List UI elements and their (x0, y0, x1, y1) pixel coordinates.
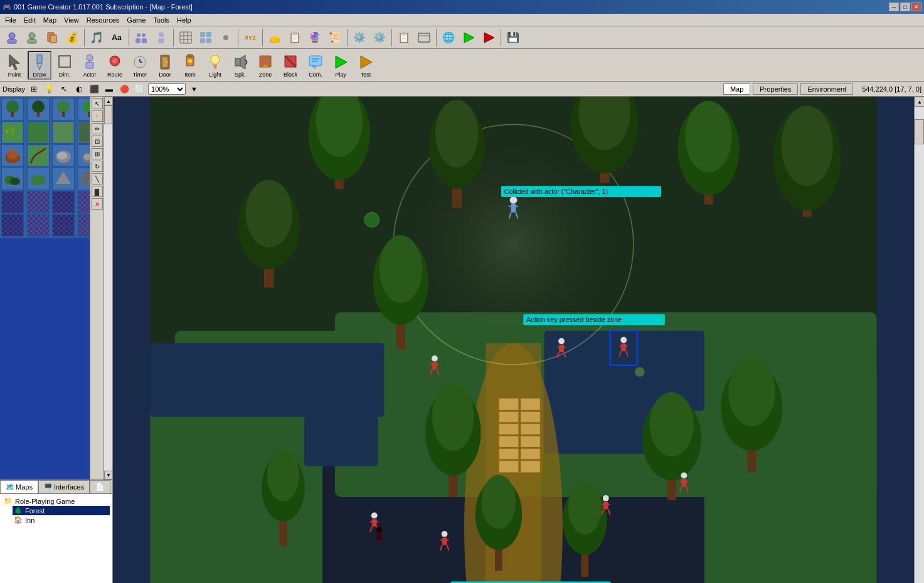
tile-checker5[interactable] (1, 214, 24, 237)
tool-fill[interactable]: ▓ (92, 186, 103, 197)
tab-environment[interactable]: Environment (800, 83, 853, 95)
scroll-thumb[interactable] (915, 119, 924, 144)
save-button[interactable]: 💾 (504, 28, 523, 47)
tile-checker1[interactable] (1, 191, 24, 213)
play-tool[interactable]: Play (329, 51, 353, 80)
list-button[interactable]: 📋 (395, 28, 413, 47)
map-canvas[interactable]: Collided with actor ("Character", 1) Act… (113, 97, 914, 583)
globe-button[interactable]: 🌐 (439, 28, 458, 47)
tile-bush1[interactable] (1, 168, 24, 190)
new-tab-btn[interactable]: 📄 (90, 480, 110, 493)
maps-button[interactable] (176, 28, 195, 47)
view1-btn[interactable]: ◐ (73, 83, 85, 95)
new-project-button[interactable] (3, 28, 21, 47)
play-red-button[interactable] (479, 28, 498, 47)
tile-grass2[interactable] (27, 121, 50, 144)
font-button[interactable]: Aa (107, 28, 126, 47)
menu-game[interactable]: Game (123, 15, 149, 25)
tiles-button[interactable] (196, 28, 215, 47)
tree-forest[interactable]: 🌲 Forest (13, 506, 110, 515)
tile-scroll-up[interactable]: ▲ (104, 97, 112, 105)
test-tool[interactable]: Test (354, 51, 378, 80)
tile-stump1[interactable] (1, 144, 24, 167)
orb-button[interactable]: 🔮 (305, 28, 324, 47)
tile-scroll-down[interactable]: ▼ (104, 471, 112, 479)
dim-tool[interactable]: Dim. (53, 51, 77, 80)
minimize-button[interactable]: ─ (889, 3, 899, 11)
weapons-button[interactable] (216, 28, 235, 47)
music-button[interactable]: 🎵 (87, 28, 106, 47)
draw-tool[interactable]: Draw (28, 51, 51, 80)
tool-select2[interactable]: ⊞ (92, 148, 103, 159)
tile-rock1[interactable] (52, 144, 75, 167)
scroll-button[interactable]: 📜 (326, 28, 344, 47)
tile-stone1[interactable] (52, 168, 75, 190)
tile-tree2[interactable] (27, 98, 50, 120)
close-button[interactable]: ✕ (911, 3, 921, 11)
tile-checker6[interactable] (27, 214, 50, 237)
point-tool[interactable]: Point (3, 51, 26, 80)
menu-resources[interactable]: Resources (83, 15, 124, 25)
tile-checker7[interactable] (52, 214, 75, 237)
tile-grass3[interactable] (52, 121, 75, 144)
zone-tool[interactable]: Zone (253, 51, 277, 80)
timer-tool[interactable]: Timer (128, 51, 152, 80)
titlebar-controls[interactable]: ─ □ ✕ (889, 3, 921, 11)
xyz-button[interactable]: XYZ (241, 28, 260, 47)
tile-scroll-thumb[interactable] (104, 105, 112, 124)
chest-button[interactable]: 📋 (285, 28, 304, 47)
tile-root1[interactable] (27, 144, 50, 167)
tool-line[interactable]: ╲ (92, 173, 103, 185)
actor-tool[interactable]: Actor (78, 51, 102, 80)
bag-button[interactable]: 👝 (265, 28, 284, 47)
tool-arrow[interactable]: ↖ (92, 98, 103, 109)
door-tool[interactable]: Door (153, 51, 177, 80)
maximize-button[interactable]: □ (900, 3, 910, 11)
com-tool[interactable]: Com. (304, 51, 327, 80)
gear1-button[interactable]: ⚙️ (350, 28, 369, 47)
light-toggle-btn[interactable]: 💡 (43, 83, 55, 95)
view5-btn[interactable]: ⬜ (133, 83, 146, 95)
gear2-button[interactable]: ⚙️ (370, 28, 389, 47)
tile-tree1[interactable] (1, 98, 24, 120)
view2-btn[interactable]: ⬛ (88, 83, 100, 95)
view3-btn[interactable]: ▬ (103, 83, 115, 95)
actors-button[interactable] (132, 28, 151, 47)
tab-map[interactable]: Map (723, 83, 750, 95)
play-green-button[interactable] (459, 28, 478, 47)
tool-move[interactable]: ↑ (92, 110, 103, 122)
tree-root[interactable]: 📁 Role-Playing Game (3, 496, 110, 506)
tree-inn[interactable]: 🏠 Inn (13, 515, 110, 525)
light-tool[interactable]: Light (203, 51, 227, 80)
tile-checker2[interactable] (27, 191, 50, 213)
tile-bush2[interactable] (27, 168, 50, 190)
menu-file[interactable]: File (1, 15, 20, 25)
tool-erase[interactable]: ✕ (92, 198, 103, 210)
view4-btn[interactable]: 🔴 (118, 83, 130, 95)
actor-single-button[interactable] (152, 28, 171, 47)
route-tool[interactable]: Route (103, 51, 127, 80)
open-project-button[interactable] (23, 28, 41, 47)
scroll-track[interactable] (915, 107, 924, 583)
menu-map[interactable]: Map (40, 15, 60, 25)
tool-pencil[interactable]: ✏ (92, 123, 103, 134)
window-button[interactable] (415, 28, 433, 47)
scroll-up-btn[interactable]: ▲ (915, 97, 924, 107)
item-tool[interactable]: Item (178, 51, 202, 80)
grid-btn[interactable]: ⊞ (28, 83, 40, 95)
block-tool[interactable]: Block (279, 51, 302, 80)
menu-help[interactable]: Help (173, 15, 195, 25)
menu-view[interactable]: View (60, 15, 83, 25)
menu-edit[interactable]: Edit (20, 15, 40, 25)
cursor-btn[interactable]: ↖ (58, 83, 70, 95)
maps-tab[interactable]: 🗺️ Maps (0, 480, 38, 493)
interfaces-tab[interactable]: 🖥️ Interfaces (38, 480, 90, 493)
resources-button[interactable]: 💰 (63, 28, 82, 47)
tile-grass1[interactable]: 🌿 (1, 121, 24, 144)
menu-tools[interactable]: Tools (149, 15, 173, 25)
tile-checker3[interactable] (52, 191, 75, 213)
tab-properties[interactable]: Properties (753, 83, 798, 95)
tile-tree3[interactable] (52, 98, 75, 120)
spk-tool[interactable]: Spk. (228, 51, 252, 80)
zoom-select[interactable]: 100% 50% 200% (148, 83, 186, 95)
